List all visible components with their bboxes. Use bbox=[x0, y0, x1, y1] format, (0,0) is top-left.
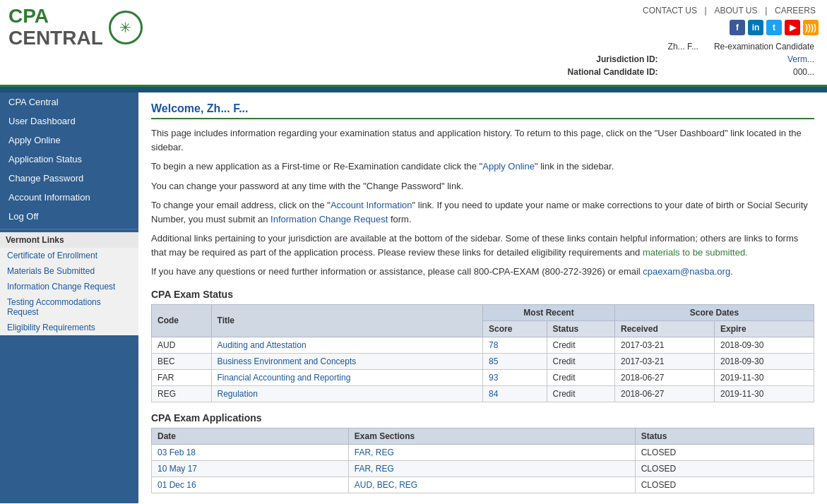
exam-row-expire: 2019-11-30 bbox=[714, 385, 814, 402]
national-id-label: National Candidate ID: bbox=[565, 66, 661, 78]
exam-applications-table: Date Exam Sections Status 03 Feb 18 FAR,… bbox=[151, 428, 814, 493]
apps-row-sections: AUD, BEC, REG bbox=[348, 476, 635, 493]
sidebar-item-apply-online[interactable]: Apply Online bbox=[0, 131, 138, 150]
jurisdiction-link[interactable]: Verm... bbox=[787, 54, 814, 64]
exam-status-title: CPA Exam Status bbox=[151, 289, 814, 300]
user-name-value: Zh... F... bbox=[662, 41, 701, 52]
exam-col-score: Score bbox=[482, 320, 547, 337]
user-name-label bbox=[565, 41, 661, 52]
intro-para-4: To change your email address, click on t… bbox=[151, 198, 814, 226]
info-change-link[interactable]: Information Change Request bbox=[270, 214, 388, 224]
logo-icon: ✳ bbox=[109, 11, 143, 44]
sidebar-section-header: Vermont Links bbox=[0, 232, 138, 248]
sidebar-item-application-status[interactable]: Application Status bbox=[0, 150, 138, 169]
jurisdiction-value: Verm... bbox=[662, 54, 817, 65]
apps-row-sections: FAR, REG bbox=[348, 460, 635, 476]
exam-row-title: Regulation bbox=[211, 385, 482, 402]
sidebar-link-testing-accommodations[interactable]: Testing Accommodations Request bbox=[0, 294, 138, 320]
linkedin-icon[interactable]: in bbox=[748, 20, 763, 35]
exam-row-received: 2018-06-27 bbox=[615, 385, 715, 402]
logo-text: CPA CENTRAL bbox=[8, 6, 103, 49]
sidebar-link-cert-enrollment[interactable]: Certificate of Enrollment bbox=[0, 248, 138, 263]
intro-para-1: This page includes information regarding… bbox=[151, 126, 814, 154]
sidebar-item-change-password[interactable]: Change Password bbox=[0, 169, 138, 188]
intro-text: This page includes information regarding… bbox=[151, 126, 814, 279]
exam-row-received: 2018-06-27 bbox=[615, 369, 715, 385]
intro-para-3: You can change your password at any time… bbox=[151, 179, 814, 193]
sidebar-item-log-off[interactable]: Log Off bbox=[0, 207, 138, 226]
exam-applications-title: CPA Exam Applications bbox=[151, 412, 814, 424]
exam-col-expire: Expire bbox=[714, 320, 814, 337]
intro-para-5: Additional links pertaining to your juri… bbox=[151, 232, 814, 259]
exam-col-received: Received bbox=[615, 320, 715, 337]
exam-col-status: Status bbox=[547, 320, 615, 337]
exam-table-row: REG Regulation 84 Credit 2018-06-27 2019… bbox=[152, 385, 814, 402]
exam-row-code: AUD bbox=[152, 337, 212, 353]
twitter-icon[interactable]: t bbox=[766, 20, 782, 35]
apps-col-date: Date bbox=[152, 428, 349, 444]
apps-col-sections: Exam Sections bbox=[348, 428, 635, 444]
apps-row-status: CLOSED bbox=[635, 460, 814, 476]
user-info: Zh... F... Re-examination Candidate Juri… bbox=[564, 40, 819, 79]
blue-bar bbox=[0, 87, 827, 92]
email-link[interactable]: cpaexam@nasba.org bbox=[643, 266, 730, 277]
apps-table-row: 01 Dec 16 AUD, BEC, REG CLOSED bbox=[152, 476, 814, 493]
sidebar-link-materials-submitted[interactable]: Materials Be Submitted bbox=[0, 263, 138, 279]
exam-row-title: Financial Accounting and Reporting bbox=[211, 369, 482, 385]
exam-row-code: FAR bbox=[152, 369, 212, 385]
exam-row-title: Business Environment and Concepts bbox=[211, 353, 482, 369]
exam-row-received: 2017-03-21 bbox=[615, 337, 715, 353]
exam-row-score: 78 bbox=[482, 337, 547, 353]
exam-row-status: Credit bbox=[547, 369, 615, 385]
main-content: Welcome, Zh... F... This page includes i… bbox=[138, 92, 827, 503]
exam-row-title: Auditing and Attestation bbox=[211, 337, 482, 353]
apps-table-row: 03 Feb 18 FAR, REG CLOSED bbox=[152, 444, 814, 460]
apps-row-status: CLOSED bbox=[635, 476, 814, 493]
exam-row-status: Credit bbox=[547, 385, 615, 402]
youtube-icon[interactable]: ▶ bbox=[785, 20, 800, 35]
jurisdiction-label: Jurisdiction ID: bbox=[565, 54, 661, 65]
apps-row-status: CLOSED bbox=[635, 444, 814, 460]
exam-row-score: 84 bbox=[482, 385, 547, 402]
rss-icon[interactable]: )))) bbox=[803, 20, 819, 35]
exam-row-expire: 2019-11-30 bbox=[714, 369, 814, 385]
exam-row-expire: 2018-09-30 bbox=[714, 353, 814, 369]
sidebar-item-user-dashboard[interactable]: User Dashboard bbox=[0, 112, 138, 131]
facebook-icon[interactable]: f bbox=[730, 20, 745, 35]
apply-online-link[interactable]: Apply Online bbox=[482, 161, 535, 172]
top-right-area: CONTACT US | ABOUT US | CAREERS f in t ▶… bbox=[564, 6, 819, 79]
apps-row-date: 03 Feb 18 bbox=[152, 444, 349, 460]
exam-row-code: BEC bbox=[152, 353, 212, 369]
logo-cpa: CPA bbox=[8, 5, 49, 27]
exam-row-status: Credit bbox=[547, 353, 615, 369]
user-role-value: Re-examination Candidate bbox=[703, 41, 817, 52]
apps-table-body: 03 Feb 18 FAR, REG CLOSED 10 May 17 FAR,… bbox=[152, 444, 814, 493]
social-icons: f in t ▶ )))) bbox=[564, 20, 819, 35]
exam-col-code: Code bbox=[152, 304, 212, 337]
account-info-link[interactable]: Account Information bbox=[331, 200, 412, 210]
about-us-link[interactable]: ABOUT US bbox=[714, 6, 757, 16]
exam-col-title: Title bbox=[211, 304, 482, 337]
sidebar-link-info-change-request[interactable]: Information Change Request bbox=[0, 279, 138, 294]
exam-row-expire: 2018-09-30 bbox=[714, 337, 814, 353]
apps-table-row: 10 May 17 FAR, REG CLOSED bbox=[152, 460, 814, 476]
exam-table-row: AUD Auditing and Attestation 78 Credit 2… bbox=[152, 337, 814, 353]
sidebar: CPA Central User Dashboard Apply Online … bbox=[0, 92, 138, 503]
exam-span-most-recent: Most Recent bbox=[482, 304, 614, 320]
exam-table-row: FAR Financial Accounting and Reporting 9… bbox=[152, 369, 814, 385]
national-id-value: 000... bbox=[662, 66, 817, 78]
apps-row-sections: FAR, REG bbox=[348, 444, 635, 460]
intro-para-2: To begin a new application as a First-ti… bbox=[151, 160, 814, 174]
exam-row-code: REG bbox=[152, 385, 212, 402]
apps-row-date: 01 Dec 16 bbox=[152, 476, 349, 493]
exam-row-status: Credit bbox=[547, 337, 615, 353]
logo-central: CENTRAL bbox=[8, 27, 103, 49]
contact-us-link[interactable]: CONTACT US bbox=[643, 6, 697, 16]
exam-table-row: BEC Business Environment and Concepts 85… bbox=[152, 353, 814, 369]
sidebar-link-eligibility-requirements[interactable]: Eligibility Requirements bbox=[0, 320, 138, 335]
sidebar-item-cpa-central[interactable]: CPA Central bbox=[0, 92, 138, 112]
apps-row-date: 10 May 17 bbox=[152, 460, 349, 476]
welcome-title: Welcome, Zh... F... bbox=[151, 102, 814, 119]
sidebar-item-account-information[interactable]: Account Information bbox=[0, 188, 138, 207]
careers-link[interactable]: CAREERS bbox=[775, 6, 816, 16]
